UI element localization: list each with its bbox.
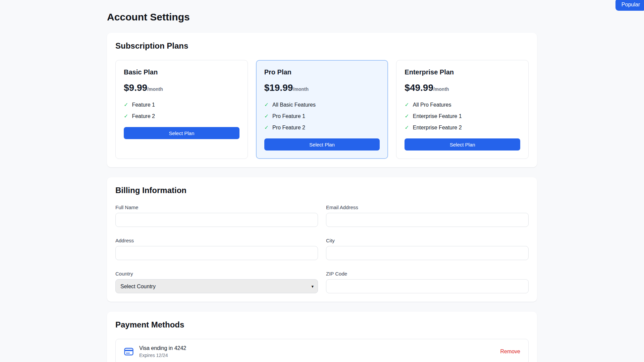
check-icon: ✓ [405,102,409,108]
city-input[interactable] [326,246,529,260]
plan-price-amount: $49.99 [405,82,433,93]
zip-code-input[interactable] [326,279,529,293]
popular-badge: Popular [615,0,644,11]
plan-price-period: /month [433,86,449,92]
country-select[interactable]: Select Country [115,279,318,293]
subscription-plans-heading: Subscription Plans [115,41,529,51]
plan-feature-label: Enterprise Feature 1 [413,113,462,120]
plan-feature: ✓Feature 2 [124,113,239,120]
plan-feature: ✓Enterprise Feature 2 [405,124,520,131]
account-settings-page: Account Settings Subscription Plans Basi… [107,0,537,362]
plan-card-pro: Pro Plan $19.99/month ✓All Basic Feature… [256,60,388,159]
address-input[interactable] [115,246,318,260]
country-label: Country [115,271,318,277]
plan-feature-label: Enterprise Feature 2 [413,124,462,131]
plan-price: $9.99/month [124,82,239,95]
plan-feature-list: ✓All Pro Features ✓Enterprise Feature 1 … [405,102,520,136]
plan-feature: ✓Feature 1 [124,102,239,108]
full-name-label: Full Name [115,204,318,210]
field-city: City [326,238,529,260]
plan-price-period: /month [293,86,309,92]
plan-feature-label: Pro Feature 1 [272,113,305,120]
check-icon: ✓ [405,113,409,120]
plan-card-basic: Basic Plan $9.99/month ✓Feature 1 ✓Featu… [115,60,248,159]
plan-feature: ✓Pro Feature 2 [264,124,380,131]
card-name: Visa ending in 4242 [139,345,186,351]
plan-name: Enterprise Plan [405,68,520,76]
address-label: Address [115,238,318,243]
credit-card-icon [124,347,134,356]
field-address: Address [115,238,318,260]
plan-feature-label: Feature 1 [132,102,155,108]
field-zip-code: ZIP Code [326,271,529,293]
card-expiry: Expires 12/24 [139,353,186,358]
check-icon: ✓ [124,113,128,120]
zip-code-label: ZIP Code [326,271,529,277]
field-full-name: Full Name [115,204,318,227]
billing-information-heading: Billing Information [115,186,529,195]
plan-feature-label: All Basic Features [272,102,316,108]
plan-name: Basic Plan [124,68,239,76]
payment-method-row: Visa ending in 4242 Expires 12/24 Remove [115,339,529,362]
check-icon: ✓ [264,124,269,131]
plan-feature: ✓Enterprise Feature 1 [405,113,520,120]
page-title: Account Settings [107,11,537,23]
remove-card-button[interactable]: Remove [500,349,520,355]
plan-price-period: /month [147,86,163,92]
field-email-address: Email Address [326,204,529,227]
plan-price-amount: $9.99 [124,82,147,93]
plan-feature: ✓Pro Feature 1 [264,113,380,120]
plan-feature-label: Feature 2 [132,113,155,120]
plan-name: Pro Plan [264,68,380,76]
field-country: Country Select Country ▾ [115,271,318,293]
check-icon: ✓ [264,113,269,120]
plan-feature: ✓All Pro Features [405,102,520,108]
billing-information-section: Billing Information Full Name Email Addr… [107,177,537,302]
check-icon: ✓ [124,102,128,108]
plan-feature-list: ✓Feature 1 ✓Feature 2 [124,102,239,124]
check-icon: ✓ [264,102,269,108]
plan-card-enterprise: Enterprise Plan $49.99/month ✓All Pro Fe… [396,60,529,159]
plan-feature-list: ✓All Basic Features ✓Pro Feature 1 ✓Pro … [264,102,380,136]
plan-price: $19.99/month [264,82,380,95]
select-plan-button-enterprise[interactable]: Select Plan [405,138,520,150]
check-icon: ✓ [405,124,409,131]
payment-methods-section: Payment Methods Visa ending in 4242 Expi… [107,312,537,362]
email-address-input[interactable] [326,213,529,227]
plan-feature-label: All Pro Features [413,102,451,108]
subscription-plans-section: Subscription Plans Basic Plan $9.99/mont… [107,33,537,167]
select-plan-button-pro[interactable]: Select Plan [264,138,380,150]
plan-price: $49.99/month [405,82,520,95]
select-plan-button-basic[interactable]: Select Plan [124,127,239,139]
payment-methods-heading: Payment Methods [115,320,529,329]
plan-feature: ✓All Basic Features [264,102,380,108]
billing-form: Full Name Email Address Address City Cou… [115,204,529,293]
plan-price-amount: $19.99 [264,82,293,93]
city-label: City [326,238,529,243]
email-address-label: Email Address [326,204,529,210]
full-name-input[interactable] [115,213,318,227]
plans-grid: Basic Plan $9.99/month ✓Feature 1 ✓Featu… [115,60,529,159]
plan-feature-label: Pro Feature 2 [272,124,305,131]
